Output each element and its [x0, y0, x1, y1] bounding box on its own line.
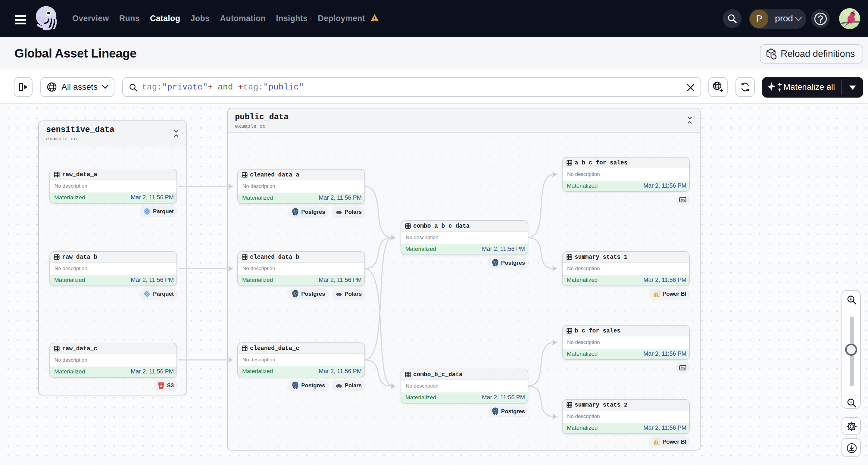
svg-text:csv: csv — [680, 366, 685, 369]
svg-text:csv: csv — [680, 198, 685, 201]
